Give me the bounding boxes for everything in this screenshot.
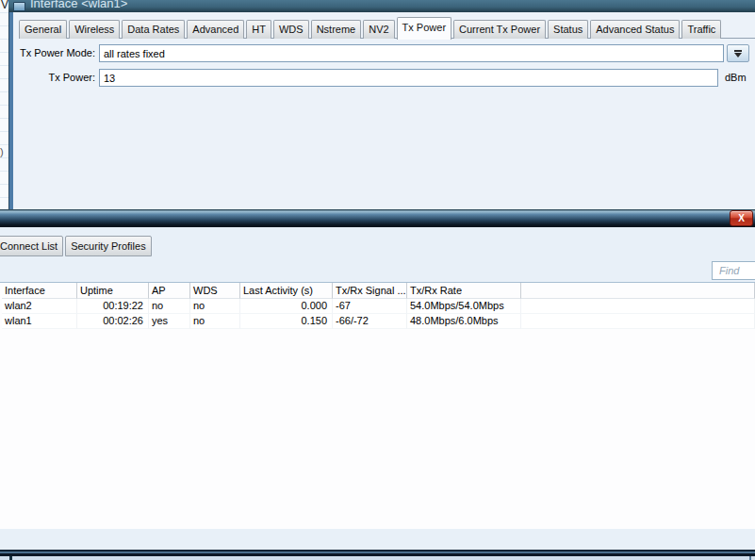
interface-tab-strip: General Wireless Data Rates Advanced HT … [19, 16, 755, 39]
table-header-row: Interface Uptime AP WDS Last Activity (s… [2, 283, 755, 299]
tx-power-mode-dropdown-button[interactable] [727, 44, 749, 62]
cell-interface: wlan1 [2, 314, 77, 329]
tab-wireless[interactable]: Wireless [69, 20, 120, 39]
tab-data-rates[interactable]: Data Rates [122, 20, 185, 39]
cell-filler [521, 314, 755, 329]
cell-interface: wlan2 [2, 299, 77, 314]
interface-icon [13, 2, 25, 11]
wireless-tables-titlebar[interactable]: X [0, 209, 755, 227]
wireless-tables-tab-strip: Connect List Security Profiles [0, 236, 154, 256]
background-fragment-text: ) [0, 146, 4, 157]
cell-uptime: 00:19:22 [77, 299, 149, 314]
cell-uptime: 00:02:26 [77, 314, 149, 329]
interface-dialog: Interface <wlan1> General Wireless Data … [8, 0, 755, 209]
dropdown-arrow-icon [734, 50, 742, 58]
tx-power-mode-input[interactable] [99, 44, 724, 62]
window-bottom-border [0, 550, 755, 556]
tab-security-profiles[interactable]: Security Profiles [65, 236, 151, 256]
interface-dialog-titlebar[interactable]: Interface <wlan1> [8, 0, 755, 12]
find-input[interactable] [712, 261, 755, 280]
background-edge-tick [9, 556, 12, 560]
tx-power-unit: dBm [725, 69, 747, 87]
column-header-interface[interactable]: Interface [2, 283, 77, 299]
cell-rate: 54.0Mbps/54.0Mbps [407, 299, 521, 314]
column-header-wds[interactable]: WDS [190, 283, 240, 299]
tab-tx-power[interactable]: Tx Power [397, 17, 451, 40]
column-header-uptime[interactable]: Uptime [77, 283, 149, 299]
column-header-rate[interactable]: Tx/Rx Rate [407, 283, 521, 299]
cell-filler [521, 299, 755, 314]
close-button[interactable]: X [730, 210, 753, 226]
wireless-tables-window: X Connect List Security Profiles Interfa… [0, 209, 755, 556]
column-header-filler [521, 283, 755, 299]
tab-status[interactable]: Status [548, 20, 588, 39]
cell-signal: -67 [333, 299, 407, 314]
column-header-ap[interactable]: AP [149, 283, 190, 299]
tab-connect-list[interactable]: Connect List [0, 236, 63, 256]
interface-dialog-body: General Wireless Data Rates Advanced HT … [8, 12, 755, 209]
cell-last-activity: 0.150 [240, 314, 333, 329]
cell-ap: yes [149, 314, 190, 329]
cell-wds: no [190, 299, 240, 314]
background-window-sliver: V ) [0, 0, 8, 209]
tx-power-input[interactable] [99, 69, 718, 87]
interface-dialog-title: Interface <wlan1> [30, 0, 127, 12]
tab-nv2[interactable]: NV2 [363, 20, 394, 39]
tab-advanced-status[interactable]: Advanced Status [590, 20, 680, 39]
cell-ap: no [149, 299, 190, 314]
background-fragment-text: V [1, 0, 8, 11]
tab-traffic[interactable]: Traffic [681, 20, 721, 39]
wireless-tables-body: Connect List Security Profiles Interface… [0, 227, 755, 550]
tx-power-mode-label: Tx Power Mode: [13, 44, 95, 62]
tx-power-label: Tx Power: [13, 69, 95, 87]
column-header-signal[interactable]: Tx/Rx Signal ... [333, 283, 407, 299]
tab-general[interactable]: General [19, 20, 67, 39]
tab-current-tx-power[interactable]: Current Tx Power [453, 20, 546, 39]
registration-table: Interface Uptime AP WDS Last Activity (s… [0, 282, 755, 529]
tab-ht[interactable]: HT [246, 20, 271, 39]
tab-wds[interactable]: WDS [273, 20, 309, 39]
column-header-last-activity[interactable]: Last Activity (s) [240, 283, 333, 299]
cell-last-activity: 0.000 [240, 299, 333, 314]
cell-wds: no [190, 314, 240, 329]
background-edge-tick [749, 556, 751, 560]
tab-advanced[interactable]: Advanced [187, 20, 244, 39]
background-window-edge [0, 556, 755, 560]
tab-nstreme[interactable]: Nstreme [311, 20, 362, 39]
cell-signal: -66/-72 [333, 314, 407, 329]
cell-rate: 48.0Mbps/6.0Mbps [407, 314, 521, 329]
table-row[interactable]: wlan2 00:19:22 no no 0.000 -67 54.0Mbps/… [2, 299, 755, 314]
table-row[interactable]: wlan1 00:02:26 yes no 0.150 -66/-72 48.0… [2, 314, 755, 329]
